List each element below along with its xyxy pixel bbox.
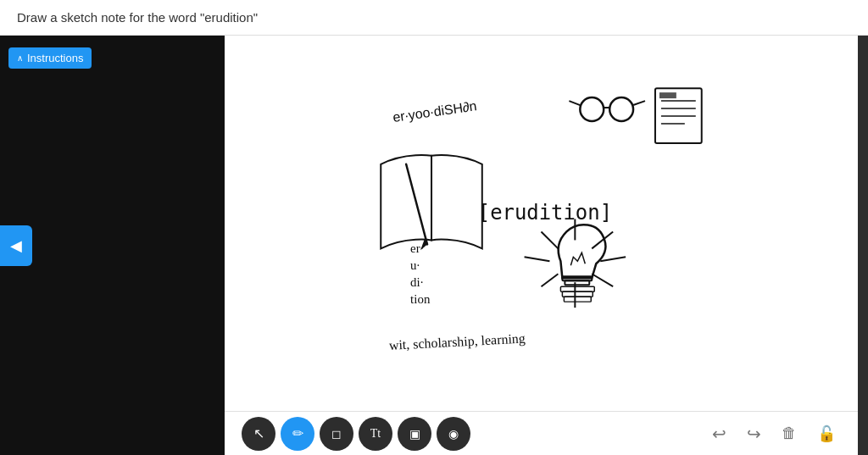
instructions-label: Instructions	[27, 52, 83, 64]
undo-button[interactable]: ↩	[707, 420, 732, 447]
back-arrow-icon: ◀	[10, 236, 22, 255]
lock-button[interactable]: 🔓	[812, 421, 841, 447]
nav-back-button[interactable]: ◀	[0, 225, 32, 266]
svg-rect-31	[562, 291, 593, 297]
text-icon: Tt	[370, 427, 381, 441]
pen-icon: ✏	[292, 425, 303, 441]
svg-line-5	[569, 101, 580, 105]
svg-point-1	[580, 97, 604, 121]
toolbar-tools: ↖ ✏ ◻ Tt ▣ ◉	[242, 417, 470, 451]
svg-rect-29	[565, 280, 589, 285]
svg-line-24	[542, 274, 559, 286]
chevron-icon: ∧	[17, 53, 23, 63]
svg-line-4	[633, 101, 645, 105]
svg-text:er·yoo·diSH∂n: er·yoo·diSH∂n	[392, 98, 477, 125]
text-tool-button[interactable]: Tt	[359, 417, 392, 451]
svg-line-25	[525, 257, 550, 261]
svg-line-13	[406, 164, 427, 245]
drawing-canvas[interactable]: er·yoo·diSH∂n	[225, 36, 858, 411]
svg-line-22	[592, 274, 613, 286]
redo-button[interactable]: ↪	[742, 420, 766, 447]
svg-text:er·: er·	[410, 241, 423, 255]
svg-text:tion: tion	[410, 292, 431, 306]
sketch-svg: er·yoo·diSH∂n	[225, 36, 858, 411]
canvas-area[interactable]: er·yoo·diSH∂n	[225, 36, 858, 455]
svg-text:di·: di·	[410, 275, 423, 289]
prompt-text: Draw a sketch note for the word "eruditi…	[17, 10, 258, 25]
select-icon: ↖	[253, 425, 264, 441]
toolbar-actions: ↩ ↪ 🗑 🔓	[707, 420, 841, 447]
instructions-button[interactable]: ∧ Instructions	[8, 47, 92, 69]
svg-line-21	[600, 257, 626, 261]
image-icon: ▣	[409, 427, 420, 441]
svg-text:wit, scholarship, learning: wit, scholarship, learning	[388, 330, 526, 352]
eraser-tool-button[interactable]: ◻	[320, 417, 353, 451]
svg-rect-11	[659, 92, 676, 98]
svg-text:[erudition]: [erudition]	[478, 201, 612, 225]
fill-icon: ◉	[448, 427, 459, 441]
pen-tool-button[interactable]: ✏	[281, 417, 314, 451]
select-tool-button[interactable]: ↖	[242, 417, 275, 451]
delete-button[interactable]: 🗑	[776, 421, 802, 446]
left-panel: ∧ Instructions ◀	[0, 36, 225, 455]
right-edge	[858, 36, 868, 455]
svg-text:u·: u·	[410, 258, 420, 272]
svg-rect-30	[560, 286, 594, 291]
bottom-toolbar: ↖ ✏ ◻ Tt ▣ ◉	[225, 411, 858, 455]
image-tool-button[interactable]: ▣	[398, 417, 431, 451]
svg-line-26	[542, 231, 559, 248]
svg-rect-32	[564, 297, 591, 302]
svg-point-2	[609, 97, 633, 121]
top-bar: Draw a sketch note for the word "eruditi…	[0, 0, 868, 36]
main-area: ∧ Instructions ◀ er·yoo·diSH∂n	[0, 36, 868, 455]
fill-tool-button[interactable]: ◉	[437, 417, 470, 451]
eraser-icon: ◻	[331, 427, 342, 441]
